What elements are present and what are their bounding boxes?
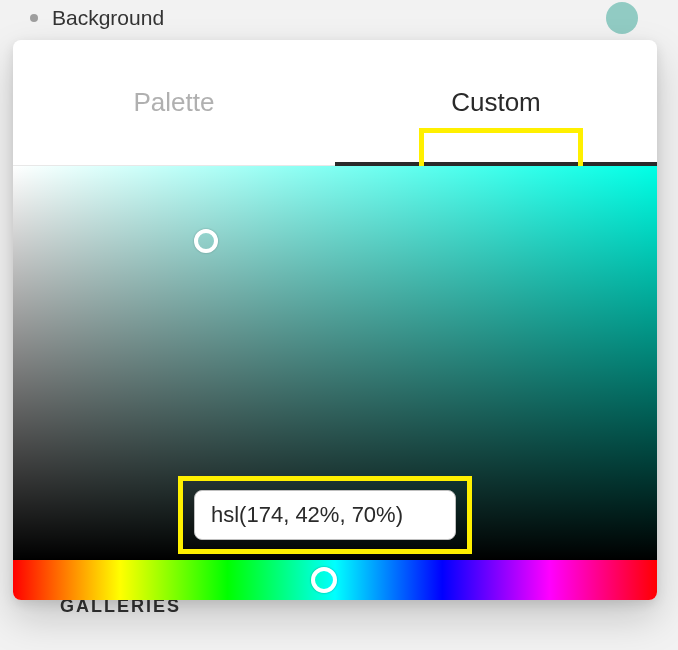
- tab-custom[interactable]: Custom: [335, 40, 657, 165]
- background-label: Background: [52, 6, 606, 30]
- sv-thumb[interactable]: [194, 229, 218, 253]
- bullet-icon: [30, 14, 38, 22]
- hue-thumb[interactable]: [311, 567, 337, 593]
- hue-slider[interactable]: [13, 560, 657, 600]
- tab-palette[interactable]: Palette: [13, 40, 335, 165]
- saturation-value-panel[interactable]: [13, 166, 657, 560]
- tab-palette-label: Palette: [120, 81, 229, 124]
- color-value-input[interactable]: [194, 490, 456, 540]
- background-color-swatch[interactable]: [606, 2, 638, 34]
- tutorial-highlight-color-value: [178, 476, 472, 554]
- background-row[interactable]: Background: [0, 0, 678, 34]
- picker-tabs: Palette Custom: [13, 40, 657, 166]
- color-picker-popover: Palette Custom: [13, 40, 657, 600]
- tab-custom-label: Custom: [437, 81, 555, 124]
